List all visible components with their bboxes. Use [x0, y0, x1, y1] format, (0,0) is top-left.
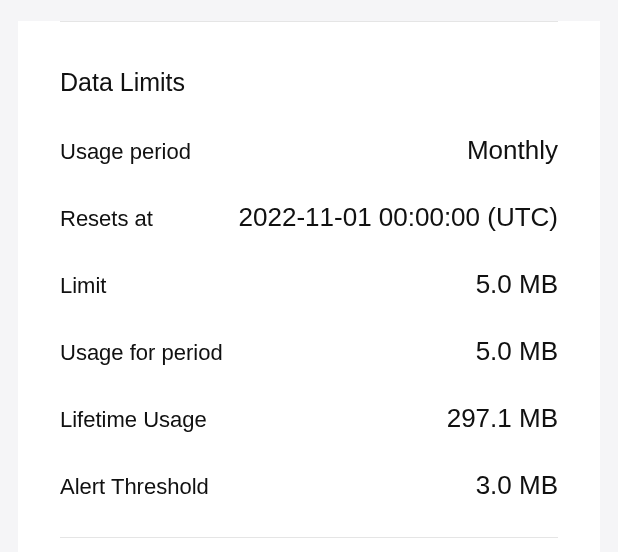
value-usage-period: Monthly: [467, 135, 558, 166]
row-usage-for-period: Usage for period 5.0 MB: [60, 336, 558, 367]
label-lifetime-usage: Lifetime Usage: [60, 407, 207, 433]
label-resets-at: Resets at: [60, 206, 153, 232]
section-title: Data Limits: [60, 68, 558, 97]
value-resets-at: 2022-11-01 00:00:00 (UTC): [239, 202, 558, 233]
value-limit: 5.0 MB: [476, 269, 558, 300]
label-usage-period: Usage period: [60, 139, 191, 165]
label-usage-for-period: Usage for period: [60, 340, 223, 366]
value-alert-threshold: 3.0 MB: [476, 470, 558, 501]
value-usage-for-period: 5.0 MB: [476, 336, 558, 367]
divider-top: [60, 21, 558, 22]
row-resets-at: Resets at 2022-11-01 00:00:00 (UTC): [60, 202, 558, 233]
value-lifetime-usage: 297.1 MB: [447, 403, 558, 434]
data-limits-card: Data Limits Usage period Monthly Resets …: [18, 21, 600, 552]
divider-bottom: [60, 537, 558, 538]
label-limit: Limit: [60, 273, 106, 299]
label-alert-threshold: Alert Threshold: [60, 474, 209, 500]
row-usage-period: Usage period Monthly: [60, 135, 558, 166]
row-lifetime-usage: Lifetime Usage 297.1 MB: [60, 403, 558, 434]
row-limit: Limit 5.0 MB: [60, 269, 558, 300]
row-alert-threshold: Alert Threshold 3.0 MB: [60, 470, 558, 501]
